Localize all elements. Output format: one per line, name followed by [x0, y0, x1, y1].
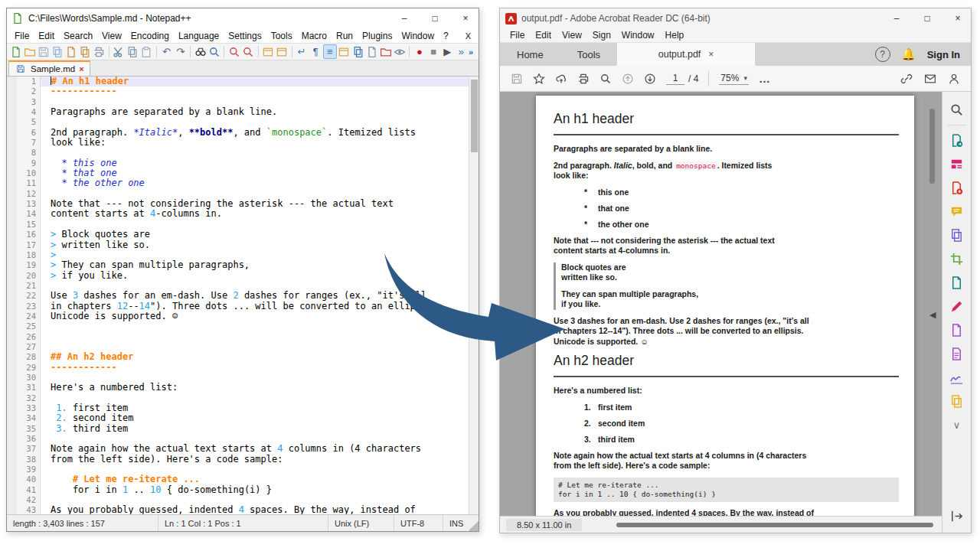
- tab-tools[interactable]: Tools: [560, 43, 617, 66]
- editor-line-text[interactable]: [41, 342, 469, 352]
- menu-run[interactable]: Run: [332, 30, 358, 42]
- redo-button[interactable]: ↷: [174, 44, 187, 59]
- close-all-button[interactable]: [79, 44, 92, 59]
- share-link-button[interactable]: [900, 73, 913, 85]
- bookmark-margin[interactable]: [7, 455, 17, 465]
- bookmark-margin[interactable]: [7, 138, 17, 148]
- new-file-button[interactable]: [9, 44, 22, 59]
- editor-line-text[interactable]: [41, 220, 469, 230]
- stamp-button[interactable]: [946, 390, 969, 413]
- npp-close-button[interactable]: ×: [452, 8, 479, 28]
- bookmark-margin[interactable]: [7, 178, 17, 188]
- editor-line-text[interactable]: Unicode is supported. ☺: [41, 311, 469, 321]
- bookmark-margin[interactable]: [7, 250, 17, 260]
- bookmark-margin[interactable]: [7, 199, 17, 209]
- previous-page-button[interactable]: [622, 73, 634, 85]
- bookmark-margin[interactable]: [7, 260, 17, 270]
- sync-vertical-button[interactable]: [262, 44, 275, 59]
- bookmark-margin[interactable]: [7, 230, 17, 240]
- find-button[interactable]: [599, 73, 612, 85]
- function-list-button[interactable]: [338, 44, 351, 59]
- profile-button[interactable]: [948, 73, 960, 85]
- bookmark-margin[interactable]: [7, 97, 17, 107]
- save-button[interactable]: [37, 44, 50, 59]
- bookmark-margin[interactable]: [7, 373, 17, 383]
- npp-maximize-button[interactable]: □: [422, 8, 448, 28]
- editor-line-text[interactable]: [41, 434, 469, 444]
- bookmark-margin[interactable]: [7, 189, 17, 199]
- bookmark-margin[interactable]: [7, 209, 17, 219]
- menu-plugins[interactable]: Plugins: [358, 30, 397, 42]
- certificates-button[interactable]: [946, 366, 969, 390]
- bookmark-margin[interactable]: [7, 403, 17, 413]
- show-all-characters-button[interactable]: ¶: [309, 44, 322, 59]
- bookmark-margin[interactable]: [7, 271, 17, 281]
- save-all-button[interactable]: [51, 44, 64, 59]
- editor-line-text[interactable]: from the left side). Here's a code sampl…: [41, 455, 469, 465]
- pdf-scrollbar-thumb[interactable]: [929, 109, 935, 184]
- editor-line-text[interactable]: * that one: [41, 168, 469, 178]
- export-pdf-button[interactable]: [946, 129, 969, 152]
- undo-button[interactable]: ↶: [160, 44, 173, 59]
- editor-line-text[interactable]: >: [41, 250, 469, 260]
- bookmark-margin[interactable]: [7, 413, 17, 423]
- menu-file[interactable]: File: [505, 29, 530, 41]
- bookmark-margin[interactable]: [7, 117, 17, 127]
- editor-line-text[interactable]: [41, 393, 469, 403]
- editor-line-text[interactable]: for i in 1 .. 10 { do-something(i) }: [41, 485, 469, 495]
- close-button[interactable]: [64, 44, 77, 59]
- editor-line-text[interactable]: > They can span multiple paragraphs,: [41, 260, 469, 270]
- editor-line-text[interactable]: # An h1 header: [41, 77, 469, 86]
- comment-button[interactable]: [946, 200, 969, 223]
- menu-language[interactable]: Language: [174, 30, 224, 42]
- editor-line-text[interactable]: look like:: [41, 138, 469, 148]
- acrobat-maximize-button[interactable]: □: [914, 8, 940, 28]
- menu-help[interactable]: Help: [660, 29, 690, 41]
- next-page-button[interactable]: [644, 73, 656, 85]
- bookmark-margin[interactable]: [7, 424, 17, 434]
- bookmark-margin[interactable]: [7, 342, 17, 352]
- doc-tab-close-icon[interactable]: ×: [708, 49, 714, 60]
- edit-pdf-button[interactable]: [946, 247, 969, 271]
- editor-text-area[interactable]: 1# An h1 header2------------34Paragraphs…: [7, 77, 469, 514]
- editor-line-text[interactable]: [41, 117, 469, 127]
- star-button[interactable]: [533, 73, 545, 85]
- editor-line-text[interactable]: * the other one: [41, 178, 469, 188]
- tab-output-pdf[interactable]: output.pdf ×: [617, 43, 755, 66]
- editor-line-text[interactable]: * this one: [41, 158, 469, 168]
- editor-line-text[interactable]: Note again how the actual text starts at…: [41, 444, 469, 454]
- editor-line-text[interactable]: ## An h2 header: [41, 352, 469, 362]
- acrobat-close-button[interactable]: ×: [945, 8, 971, 28]
- menu-settings[interactable]: Settings: [224, 30, 266, 42]
- folder-as-workspace-button[interactable]: [379, 44, 392, 59]
- zoom-select[interactable]: 75% ▾: [719, 73, 749, 85]
- word-wrap-button[interactable]: ↵: [296, 44, 309, 59]
- tab-sample-md[interactable]: Sample.md ×: [8, 60, 90, 76]
- paste-button[interactable]: [140, 44, 153, 59]
- editor-line-text[interactable]: ------------: [41, 363, 469, 373]
- nav-pane-expand-icon[interactable]: ▶: [502, 307, 513, 322]
- bookmark-margin[interactable]: [7, 383, 17, 393]
- editor-vertical-scrollbar[interactable]: [469, 77, 479, 514]
- bookmark-margin[interactable]: [7, 444, 17, 454]
- bookmark-margin[interactable]: [7, 107, 17, 117]
- pdf-horizontal-scrollbar[interactable]: [590, 521, 937, 529]
- menu-tools[interactable]: Tools: [266, 30, 297, 42]
- bookmark-margin[interactable]: [7, 77, 17, 86]
- sign-in-button[interactable]: Sign In: [927, 49, 960, 60]
- send-email-button[interactable]: [924, 73, 936, 85]
- search-tool-button[interactable]: [946, 98, 969, 122]
- menu-window[interactable]: Window: [616, 29, 660, 41]
- play-macro-button[interactable]: ▶: [441, 44, 454, 59]
- editor-line-text[interactable]: [41, 495, 469, 505]
- acrobat-minimize-button[interactable]: –: [884, 8, 910, 28]
- print-button[interactable]: [577, 73, 590, 85]
- editor-line-text[interactable]: [41, 321, 469, 331]
- npp-close-document-x[interactable]: X: [458, 31, 479, 41]
- record-macro-button[interactable]: ●: [413, 44, 426, 59]
- editor-line-text[interactable]: 2. second item: [41, 413, 469, 423]
- more-tools-button[interactable]: ∨: [946, 413, 969, 437]
- bookmark-margin[interactable]: [7, 434, 17, 444]
- cut-button[interactable]: [113, 44, 126, 59]
- doc-switcher-button[interactable]: [365, 44, 378, 59]
